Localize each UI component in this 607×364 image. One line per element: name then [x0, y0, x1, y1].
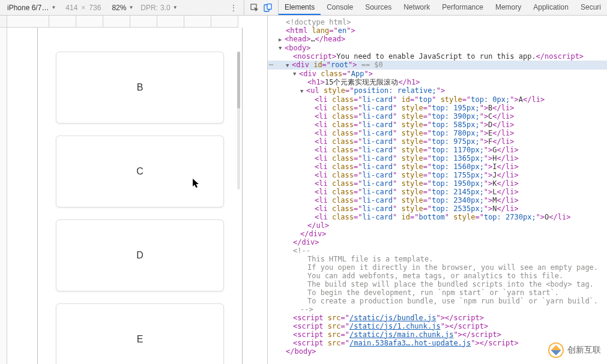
dom-line[interactable]: <li class="li-card" style="top: 195px;">… — [268, 104, 607, 112]
dom-line[interactable]: <html lang="en"> — [268, 26, 607, 35]
preview-card[interactable]: D — [56, 219, 224, 291]
dom-line[interactable]: <li class="li-card" id="top" style="top:… — [268, 95, 607, 104]
dom-line[interactable]: To create a production bundle, use `npm … — [268, 297, 607, 305]
panel-tab-elements[interactable]: Elements — [279, 0, 321, 15]
dom-line[interactable]: <script src="/static/js/bundle.js"></scr… — [268, 314, 607, 322]
panel-toolbar: ElementsConsoleSourcesNetworkPerformance… — [244, 0, 607, 15]
dimension-separator: × — [81, 4, 85, 12]
dom-line[interactable]: </div> — [268, 230, 607, 238]
dom-line[interactable]: <script src="/static/js/1.chunk.js"></sc… — [268, 322, 607, 330]
dom-line[interactable]: ▶<head>…</head> — [268, 35, 607, 44]
dom-line[interactable]: <li class="li-card" style="top: 1170px;"… — [268, 146, 607, 154]
device-select[interactable]: iPhone 6/7… ▼ — [2, 0, 61, 15]
dom-line[interactable]: <li class="li-card" style="top: 780px;">… — [268, 129, 607, 137]
device-toggle-icon[interactable] — [264, 4, 272, 12]
panel-tab-application[interactable]: Application — [527, 0, 575, 15]
watermark: 创新互联 — [548, 342, 601, 358]
panel-tabs: ElementsConsoleSourcesNetworkPerformance… — [279, 0, 607, 15]
main-split: BCDE <!doctype html><html lang="en">▶<he… — [0, 16, 607, 364]
device-width[interactable]: 414 — [65, 4, 77, 12]
device-name: iPhone 6/7… — [7, 4, 49, 12]
dom-line[interactable]: You can add webfonts, meta tags, or anal… — [268, 272, 607, 280]
mouse-cursor-icon — [193, 179, 200, 188]
device-toolbar: iPhone 6/7… ▼ 414 × 736 82% ▼ DPR: 3.0 ▼… — [0, 0, 244, 15]
dom-line[interactable]: ▼<div id="root"> == $0 — [268, 61, 607, 70]
panel-tab-console[interactable]: Console — [321, 0, 359, 15]
chevron-down-icon: ▼ — [173, 5, 178, 10]
dom-line[interactable]: <noscript>You need to enable JavaScript … — [268, 52, 607, 61]
device-dimensions: 414 × 736 — [65, 4, 101, 12]
dpr-label: DPR: — [140, 4, 158, 12]
dom-line[interactable]: <script src="/static/js/main.chunk.js"><… — [268, 330, 607, 339]
dom-line[interactable]: <li class="li-card" style="top: 2340px;"… — [268, 196, 607, 204]
ruler-vertical — [0, 28, 7, 364]
more-options-icon[interactable]: ⋮ — [230, 4, 238, 12]
dom-line[interactable]: <!doctype html> — [268, 18, 607, 26]
devtools-toolbar: iPhone 6/7… ▼ 414 × 736 82% ▼ DPR: 3.0 ▼… — [0, 0, 607, 16]
chevron-down-icon: ▼ — [128, 5, 133, 10]
scrollbar-thumb[interactable] — [237, 52, 240, 109]
watermark-text: 创新互联 — [567, 345, 601, 356]
elements-tree[interactable]: <!doctype html><html lang="en">▶<head>…<… — [268, 16, 607, 364]
device-height[interactable]: 736 — [89, 4, 101, 12]
dom-line[interactable]: <h1>15个元素实现无限滚动</h1> — [268, 78, 607, 86]
inspect-element-icon[interactable] — [250, 4, 259, 12]
panel-tab-memory[interactable]: Memory — [489, 0, 527, 15]
dom-line[interactable]: The build step will place the bundled sc… — [268, 280, 607, 288]
dom-line[interactable]: <!-- — [268, 246, 607, 255]
svg-rect-2 — [267, 4, 271, 9]
dom-line[interactable]: <li class="li-card" style="top: 1755px;"… — [268, 171, 607, 179]
dom-line[interactable]: <li class="li-card" style="top: 390px;">… — [268, 112, 607, 121]
dpr-select[interactable]: DPR: 3.0 ▼ — [140, 4, 177, 12]
panel-tab-performance[interactable]: Performance — [436, 0, 489, 15]
panel-tab-network[interactable]: Network — [397, 0, 436, 15]
watermark-logo-icon — [548, 342, 564, 358]
dpr-value: 3.0 — [160, 4, 171, 12]
dom-line[interactable]: This HTML file is a template. — [268, 255, 607, 263]
dom-line[interactable]: <li class="li-card" style="top: 1365px;"… — [268, 154, 607, 163]
dom-line[interactable]: ▼<body> — [268, 44, 607, 53]
ruler-horizontal — [0, 16, 267, 28]
dom-line[interactable]: To begin the development, run `npm start… — [268, 288, 607, 297]
device-frame[interactable]: BCDE — [37, 28, 243, 364]
dom-line[interactable]: <li class="li-card" id="bottom" style="t… — [268, 213, 607, 221]
dom-line[interactable]: <li class="li-card" style="top: 1950px;"… — [268, 179, 607, 188]
dom-line[interactable]: ▼<ul style="position: relative;"> — [268, 86, 607, 95]
dom-line[interactable]: <li class="li-card" style="top: 585px;">… — [268, 121, 607, 129]
dom-line[interactable]: <li class="li-card" style="top: 1560px;"… — [268, 163, 607, 171]
preview-card[interactable]: C — [56, 136, 224, 207]
preview-card[interactable]: E — [56, 303, 224, 364]
dom-line[interactable]: </ul> — [268, 221, 607, 230]
dom-line[interactable]: ▼<div class="App"> — [268, 70, 607, 79]
dom-line[interactable]: <li class="li-card" style="top: 975px;">… — [268, 137, 607, 146]
dom-line[interactable]: <li class="li-card" style="top: 2535px;"… — [268, 204, 607, 213]
dom-line[interactable]: </div> — [268, 238, 607, 246]
dom-line[interactable]: --> — [268, 305, 607, 314]
panel-tab-securi[interactable]: Securi — [575, 0, 607, 15]
dom-line[interactable]: If you open it directly in the browser, … — [268, 263, 607, 272]
chevron-down-icon: ▼ — [51, 5, 56, 10]
zoom-value: 82% — [112, 4, 126, 12]
zoom-select[interactable]: 82% ▼ — [112, 4, 133, 12]
preview-card[interactable]: B — [56, 52, 224, 124]
panel-tab-sources[interactable]: Sources — [359, 0, 397, 15]
device-preview: BCDE — [0, 16, 268, 364]
dom-line[interactable]: <li class="li-card" style="top: 2145px;"… — [268, 188, 607, 196]
